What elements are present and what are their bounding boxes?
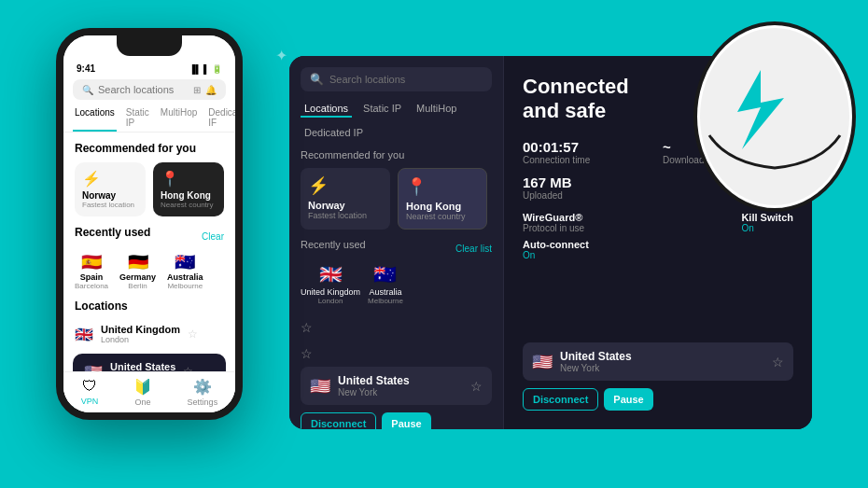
- protocol-sub: Protocol in use: [523, 223, 584, 233]
- phone-recently-header: Recently used Clear: [75, 226, 224, 246]
- desktop-recent-uk[interactable]: 🇬🇧 United Kingdom London: [301, 263, 360, 305]
- protocol-label: WireGuard®: [523, 212, 584, 223]
- phone-tab-locations[interactable]: Locations: [73, 104, 117, 132]
- desktop-right-loc-city: New York: [560, 363, 764, 373]
- phone-filter-icon: ⊞: [193, 85, 201, 95]
- phone-uk-star-icon[interactable]: ☆: [188, 328, 198, 341]
- uk-city: London: [318, 297, 343, 305]
- phone-nav-settings[interactable]: ⚙️ Settings: [188, 378, 218, 407]
- desktop-uploaded: 167 MB Uploaded: [523, 174, 653, 201]
- desktop-location-panel: 🔍 Locations Static IP MultiHop Dedicated…: [289, 56, 504, 429]
- desktop-loc-info: United States New York: [338, 374, 463, 397]
- phone-tab-dedicated[interactable]: Dedicated IF: [206, 104, 235, 132]
- phone-recent-spain[interactable]: 🇪🇸 Spain Barcelona: [75, 252, 108, 290]
- hongkong-icon: 📍: [406, 176, 479, 197]
- phone-search-icon: 🔍: [82, 85, 93, 95]
- norway-name: Norway: [308, 200, 383, 211]
- desktop-tab-multihop[interactable]: MultiHop: [413, 101, 460, 118]
- phone-recommended-row: ⚡ Norway Fastest location 📍 Hong Kong Ne…: [75, 162, 224, 216]
- phone-locations-title: Locations: [75, 300, 224, 313]
- desktop-location-card-norway[interactable]: ⚡ Norway Fastest location: [301, 168, 390, 230]
- phone-hk-sub: Nearest country: [161, 201, 217, 209]
- desktop-right-flag-icon: 🇺🇸: [532, 352, 553, 372]
- desktop-search-bar[interactable]: 🔍: [301, 67, 492, 91]
- desktop-star-icon[interactable]: ☆: [470, 379, 483, 394]
- desktop-autoconnect-info: Auto-connect On: [523, 239, 589, 260]
- hongkong-sub: Nearest country: [406, 212, 479, 221]
- phone-signal-icons: ▐▌ ▌ 🔋: [189, 64, 222, 74]
- desktop-connection-time: 00:01:57 Connection time: [523, 139, 653, 165]
- search-icon: 🔍: [310, 73, 324, 86]
- desktop-right-pause-button[interactable]: Pause: [604, 388, 652, 411]
- phone-search-input[interactable]: [98, 84, 189, 95]
- phone-tab-static-ip[interactable]: Static IP: [124, 104, 151, 132]
- uploaded-value: 167 MB: [523, 174, 653, 190]
- phone-screen: 9:41 ▐▌ ▌ 🔋 🔍 ⊞ 🔔 Locations Static IP Mu…: [63, 35, 235, 412]
- vpn-nav-icon: 🛡: [82, 378, 97, 395]
- spain-city: Barcelona: [75, 282, 108, 290]
- spain-flag-icon: 🇪🇸: [81, 252, 102, 272]
- phone-recommended-title: Recommended for you: [75, 142, 224, 155]
- desktop-tab-locations[interactable]: Locations: [301, 101, 352, 118]
- desktop-location-card-hongkong[interactable]: 📍 Hong Kong Nearest country: [398, 168, 487, 230]
- norway-icon: ⚡: [308, 175, 383, 196]
- phone-recent-australia[interactable]: 🇦🇺 Australia Melbourne: [167, 252, 203, 290]
- settings-nav-icon: ⚙️: [193, 378, 212, 396]
- connection-time-value: 00:01:57: [523, 139, 653, 155]
- desktop-tab-dedicated-ip[interactable]: Dedicated IP: [301, 125, 367, 140]
- desktop-clear-list-button[interactable]: Clear list: [455, 244, 492, 254]
- spain-name: Spain: [80, 272, 104, 282]
- one-nav-icon: 🔰: [133, 378, 152, 396]
- desktop-search-input[interactable]: [329, 74, 483, 85]
- desktop-right-disconnect-button[interactable]: Disconnect: [523, 388, 598, 411]
- phone-recently-title: Recently used: [75, 226, 150, 239]
- aus-name: Australia: [369, 287, 401, 297]
- desktop-recommended-row: ⚡ Norway Fastest location 📍 Hong Kong Ne…: [301, 168, 492, 230]
- desktop-recent-aus[interactable]: 🇦🇺 Australia Melbourne: [368, 263, 403, 305]
- desktop-pause-button[interactable]: Pause: [382, 412, 430, 429]
- hongkong-name: Hong Kong: [406, 201, 479, 212]
- phone-container: 9:41 ▐▌ ▌ 🔋 🔍 ⊞ 🔔 Locations Static IP Mu…: [47, 19, 252, 467]
- desktop-recently-title: Recently used: [301, 239, 366, 250]
- phone-time: 9:41: [77, 63, 95, 74]
- phone-nav-one[interactable]: 🔰 One: [133, 378, 152, 407]
- phone-norway-sub: Fastest location: [82, 201, 138, 209]
- phone-card-norway[interactable]: ⚡ Norway Fastest location: [75, 162, 146, 216]
- desktop-tab-static-ip[interactable]: Static IP: [359, 101, 405, 118]
- desktop-disconnect-button[interactable]: Disconnect: [301, 412, 376, 429]
- phone-recent-row: 🇪🇸 Spain Barcelona 🇩🇪 Germany Berlin 🇦🇺 …: [75, 252, 224, 290]
- phone-hk-icon: 📍: [161, 170, 217, 188]
- desktop-us-flag-icon: 🇺🇸: [310, 376, 330, 397]
- uk-name: United Kingdom: [301, 287, 360, 297]
- phone-uk-info: United Kingdom London: [101, 324, 180, 344]
- desktop-right-star-icon[interactable]: ☆: [772, 355, 784, 369]
- phone-clear-button[interactable]: Clear: [202, 231, 224, 242]
- desktop-bottom-section: 🇺🇸 United States New York ☆ Disconnect P…: [523, 342, 793, 411]
- aus-flag-icon: 🇦🇺: [373, 263, 397, 286]
- phone-card-hongkong[interactable]: 📍 Hong Kong Nearest country: [153, 162, 224, 216]
- desktop-right-loc-info: United States New York: [560, 350, 764, 373]
- phone-tabs: Locations Static IP MultiHop Dedicated I…: [63, 104, 235, 132]
- desktop-tabs-row: Locations Static IP MultiHop Dedicated I…: [301, 101, 492, 140]
- phone-search-bar[interactable]: 🔍 ⊞ 🔔: [73, 79, 226, 100]
- phone-bottom-nav: 🛡 VPN 🔰 One ⚙️ Settings: [63, 371, 235, 412]
- phone-location-uk[interactable]: 🇬🇧 United Kingdom London ☆: [75, 318, 224, 350]
- phone-nav-vpn[interactable]: 🛡 VPN: [81, 378, 99, 407]
- phone-hk-name: Hong Kong: [161, 190, 217, 201]
- phone-status-bar: 9:41 ▐▌ ▌ 🔋: [63, 62, 235, 76]
- star-decor-1: ✦: [275, 47, 287, 64]
- phone-norway-icon: ⚡: [82, 170, 138, 188]
- uploaded-label: Uploaded: [523, 190, 653, 201]
- germany-city: Berlin: [128, 282, 147, 290]
- uk-flag-icon: 🇬🇧: [75, 326, 93, 343]
- desktop-right-location: 🇺🇸 United States New York ☆: [523, 342, 793, 381]
- desktop-right-action-buttons: Disconnect Pause: [523, 388, 793, 411]
- phone-recent-germany[interactable]: 🇩🇪 Germany Berlin: [119, 252, 156, 290]
- phone-tab-multihop[interactable]: MultiHop: [159, 104, 199, 132]
- one-nav-label: One: [134, 397, 150, 407]
- desktop-starred-item-1: ☆: [301, 314, 492, 341]
- desktop-current-location: 🇺🇸 United States New York ☆: [301, 367, 492, 405]
- autoconnect-value: On: [523, 250, 589, 260]
- norway-sub: Fastest location: [308, 211, 383, 220]
- australia-flag-icon: 🇦🇺: [175, 252, 195, 272]
